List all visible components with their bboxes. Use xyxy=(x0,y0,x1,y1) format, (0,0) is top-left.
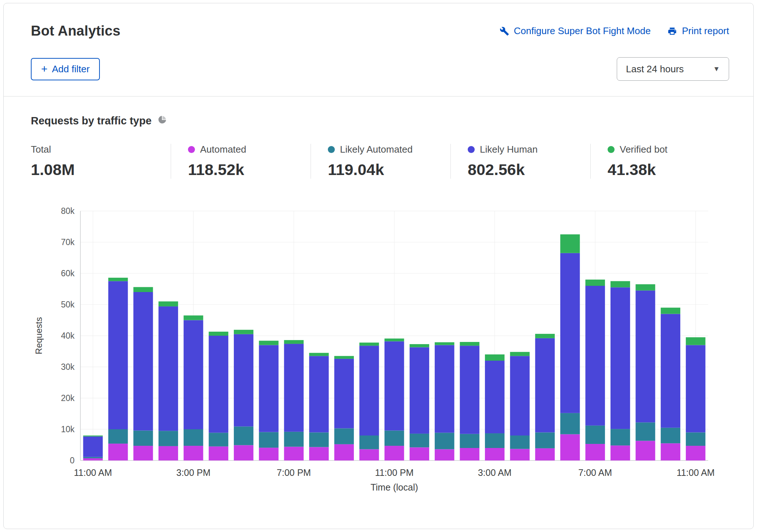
bar-segment-likely-automated[interactable] xyxy=(284,432,304,447)
bar-segment-likely-automated[interactable] xyxy=(435,433,454,449)
bar-segment-likely-human[interactable] xyxy=(108,281,128,429)
bar-segment-likely-human[interactable] xyxy=(686,345,705,433)
bar-segment-likely-human[interactable] xyxy=(661,314,680,428)
bar-segment-likely-human[interactable] xyxy=(159,306,178,431)
bar-segment-likely-human[interactable] xyxy=(184,320,203,430)
bar-segment-verified-bot[interactable] xyxy=(259,341,278,345)
bar-segment-automated[interactable] xyxy=(108,444,128,460)
bar-segment-likely-automated[interactable] xyxy=(184,429,203,446)
bar-segment-verified-bot[interactable] xyxy=(334,356,354,359)
bar-segment-likely-human[interactable] xyxy=(309,356,329,432)
bar-segment-verified-bot[interactable] xyxy=(485,354,504,361)
print-report-link[interactable]: Print report xyxy=(667,25,729,37)
bar-segment-automated[interactable] xyxy=(234,445,253,460)
bar-segment-likely-automated[interactable] xyxy=(611,429,630,445)
bar-segment-likely-automated[interactable] xyxy=(535,433,555,448)
bar-segment-likely-human[interactable] xyxy=(384,341,404,430)
bar-segment-likely-automated[interactable] xyxy=(359,436,379,449)
bar-segment-automated[interactable] xyxy=(334,444,354,460)
bar-segment-likely-automated[interactable] xyxy=(234,426,253,445)
bar-segment-verified-bot[interactable] xyxy=(359,343,379,346)
bar-segment-automated[interactable] xyxy=(284,447,304,460)
bar-segment-automated[interactable] xyxy=(184,446,203,460)
bar-segment-verified-bot[interactable] xyxy=(108,278,128,281)
bar-segment-verified-bot[interactable] xyxy=(686,337,705,345)
bar-segment-automated[interactable] xyxy=(635,441,655,460)
bar-segment-likely-human[interactable] xyxy=(586,286,605,426)
bar-segment-likely-human[interactable] xyxy=(83,437,103,457)
bar-segment-likely-human[interactable] xyxy=(334,359,354,429)
bar-segment-likely-automated[interactable] xyxy=(686,433,705,446)
bar-segment-likely-human[interactable] xyxy=(485,361,504,433)
bar-segment-verified-bot[interactable] xyxy=(184,316,203,320)
bar-segment-likely-automated[interactable] xyxy=(410,434,429,447)
bar-segment-verified-bot[interactable] xyxy=(460,342,479,346)
bar-segment-likely-human[interactable] xyxy=(460,346,479,434)
bar-segment-automated[interactable] xyxy=(410,447,429,460)
bar-segment-likely-automated[interactable] xyxy=(460,434,479,448)
bar-segment-likely-human[interactable] xyxy=(560,253,580,413)
bar-segment-automated[interactable] xyxy=(209,447,228,460)
bar-segment-likely-automated[interactable] xyxy=(586,426,605,444)
bar-segment-automated[interactable] xyxy=(259,448,278,460)
bar-segment-automated[interactable] xyxy=(661,443,680,460)
bar-segment-likely-human[interactable] xyxy=(410,347,429,433)
bar-segment-likely-human[interactable] xyxy=(209,336,228,433)
bar-segment-likely-automated[interactable] xyxy=(133,430,153,446)
bar-segment-verified-bot[interactable] xyxy=(535,334,555,338)
bar-segment-verified-bot[interactable] xyxy=(234,330,253,334)
bar-segment-verified-bot[interactable] xyxy=(384,339,404,342)
bar-segment-likely-automated[interactable] xyxy=(334,428,354,444)
bar-segment-automated[interactable] xyxy=(611,445,630,460)
bar-segment-automated[interactable] xyxy=(485,448,504,460)
bar-segment-likely-human[interactable] xyxy=(535,338,555,433)
bar-segment-likely-human[interactable] xyxy=(435,345,454,433)
bar-segment-verified-bot[interactable] xyxy=(159,302,178,307)
bar-segment-verified-bot[interactable] xyxy=(586,280,605,286)
bar-segment-automated[interactable] xyxy=(460,448,479,460)
bar-segment-automated[interactable] xyxy=(535,448,555,460)
bar-segment-verified-bot[interactable] xyxy=(133,287,153,292)
bar-segment-likely-automated[interactable] xyxy=(83,457,103,458)
bar-segment-likely-human[interactable] xyxy=(234,334,253,427)
add-filter-button[interactable]: + Add filter xyxy=(31,58,100,80)
bar-segment-automated[interactable] xyxy=(83,458,103,460)
bar-segment-verified-bot[interactable] xyxy=(661,308,680,314)
bar-segment-automated[interactable] xyxy=(384,446,404,460)
bar-segment-likely-human[interactable] xyxy=(284,344,304,432)
bar-segment-likely-human[interactable] xyxy=(259,345,278,432)
bar-segment-verified-bot[interactable] xyxy=(611,281,630,287)
bar-segment-likely-automated[interactable] xyxy=(560,413,580,434)
bar-segment-automated[interactable] xyxy=(133,446,153,460)
bar-segment-automated[interactable] xyxy=(159,446,178,460)
bar-segment-verified-bot[interactable] xyxy=(309,353,329,356)
bar-segment-automated[interactable] xyxy=(586,444,605,460)
bar-segment-verified-bot[interactable] xyxy=(83,436,103,437)
bar-segment-likely-automated[interactable] xyxy=(159,431,178,446)
bar-segment-likely-automated[interactable] xyxy=(510,436,529,449)
bar-segment-likely-human[interactable] xyxy=(611,287,630,429)
bar-segment-likely-human[interactable] xyxy=(359,346,379,436)
bar-segment-likely-automated[interactable] xyxy=(209,433,228,446)
bar-segment-verified-bot[interactable] xyxy=(209,332,228,336)
bar-segment-likely-automated[interactable] xyxy=(384,430,404,446)
bar-segment-automated[interactable] xyxy=(560,434,580,460)
bar-segment-likely-automated[interactable] xyxy=(485,433,504,448)
bar-segment-verified-bot[interactable] xyxy=(435,342,454,345)
bar-segment-likely-automated[interactable] xyxy=(259,432,278,448)
bar-segment-verified-bot[interactable] xyxy=(560,234,580,253)
time-range-select[interactable]: Last 24 hours ▼ xyxy=(617,57,729,81)
bar-segment-verified-bot[interactable] xyxy=(635,284,655,291)
bar-segment-likely-automated[interactable] xyxy=(309,433,329,447)
bar-segment-automated[interactable] xyxy=(686,446,705,460)
configure-super-bot-fight-mode-link[interactable]: Configure Super Bot Fight Mode xyxy=(500,25,651,37)
bar-segment-automated[interactable] xyxy=(510,449,529,460)
bar-segment-likely-automated[interactable] xyxy=(108,429,128,444)
bar-segment-automated[interactable] xyxy=(309,447,329,460)
bar-segment-likely-human[interactable] xyxy=(133,292,153,430)
bar-segment-automated[interactable] xyxy=(435,449,454,460)
bar-segment-likely-automated[interactable] xyxy=(661,428,680,444)
bar-segment-verified-bot[interactable] xyxy=(410,344,429,347)
bar-segment-automated[interactable] xyxy=(359,449,379,460)
bar-segment-likely-human[interactable] xyxy=(635,291,655,423)
